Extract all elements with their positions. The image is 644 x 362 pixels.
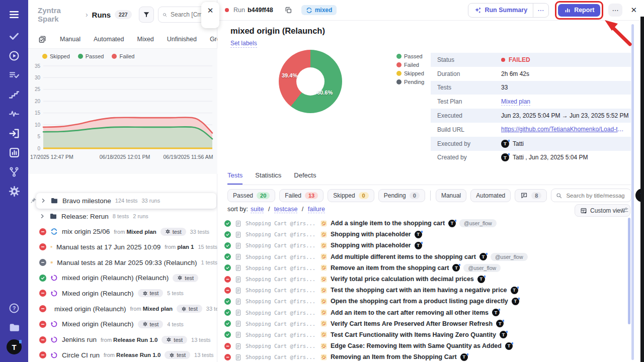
test-suite: Shopping Cart @firs... xyxy=(246,298,317,304)
passed-icon xyxy=(224,231,231,238)
donut-legend-pending: Pending xyxy=(396,79,424,85)
run-group-row[interactable]: Release: Rerun8 tests2 runs xyxy=(28,209,217,224)
detail-label: Created by xyxy=(431,154,501,161)
test-row[interactable]: Shopping Cart @firs... Add multiple diff… xyxy=(224,251,632,262)
report-button[interactable]: Report xyxy=(558,4,600,17)
sort-by-suite[interactable]: suite xyxy=(251,206,264,213)
comments-filter-chip[interactable]: 8 xyxy=(515,189,547,202)
detail-link[interactable]: Mixed plan xyxy=(501,98,530,106)
tab-statistics[interactable]: Statistics xyxy=(255,171,281,185)
test-row[interactable]: Shopping Cart @firs... Add a single item… xyxy=(224,218,632,229)
runs-tab-unfinished[interactable]: Unfinished xyxy=(167,36,197,43)
manual-spark-icon xyxy=(320,253,327,260)
filter-chip-manual[interactable]: Manual xyxy=(436,189,466,202)
breadcrumb-project[interactable]: Zyntra Spark xyxy=(38,6,82,23)
run-from: from Mixed plan xyxy=(114,229,156,235)
run-row[interactable]: Manual tests at 17 Jun 2025 10:09from pl… xyxy=(28,239,217,255)
clipboard-icon xyxy=(234,287,242,294)
run-row[interactable]: Manual tests at 28 Mar 2025 09:33 (Relau… xyxy=(28,255,217,270)
detail-url-link[interactable]: https://github.com/TetianaKhomenko/Load-… xyxy=(501,123,627,137)
projects-folder-icon[interactable] xyxy=(0,319,28,335)
runs-tab-automated[interactable]: Automated xyxy=(94,36,124,43)
panel-close-button[interactable]: ✕ xyxy=(201,2,219,28)
set-labels-link[interactable]: Set labels xyxy=(230,40,257,48)
run-name: Circle CI run xyxy=(62,351,100,359)
test-row[interactable]: Shopping Cart @firs... Edge Case: Removi… xyxy=(224,340,632,351)
help-icon[interactable]: ? xyxy=(0,300,28,316)
test-row[interactable]: Shopping Cart @firs... Shopping with pla… xyxy=(224,229,632,240)
run-type-badge[interactable]: mixed xyxy=(301,5,337,15)
filter-chip-automated[interactable]: Automated xyxy=(470,189,511,202)
run-row[interactable]: mixed origin (Relaunch) (Relaunch)test xyxy=(28,270,217,286)
more-options-button[interactable]: ⋯ xyxy=(608,4,622,17)
filter-chip-pending[interactable]: Pending0 xyxy=(378,189,425,202)
sign-in-icon[interactable] xyxy=(0,125,28,141)
test-row[interactable]: Shopping Cart @firs... Add an item to th… xyxy=(224,307,632,318)
run-row[interactable]: Jenkins runfrom Release Run 1.0test13 te… xyxy=(28,332,217,347)
test-row[interactable]: Shopping Cart @firs... Shopping with pla… xyxy=(224,240,632,251)
tests-search[interactable] xyxy=(551,189,631,202)
run-summary-more-button[interactable]: ⋯ xyxy=(533,3,548,18)
test-row[interactable]: Shopping Cart @firs... Test Cart Functio… xyxy=(224,329,632,340)
test-row[interactable]: Shopping Cart @firs... Verify total pric… xyxy=(224,274,632,285)
select-runs-icon[interactable] xyxy=(38,35,47,44)
settings-gear-icon[interactable] xyxy=(0,183,28,199)
bar-chart-icon[interactable] xyxy=(0,144,28,160)
steps-icon[interactable] xyxy=(0,86,28,103)
report-label: Report xyxy=(574,7,594,14)
tests-scrollbar[interactable] xyxy=(628,218,630,324)
tests-search-input[interactable] xyxy=(565,192,625,199)
run-detail-panel: Run b449ff48 mixed Run Summary ⋯ Report xyxy=(217,0,644,362)
run-row[interactable]: mixed origin (Relaunch)from Mixed plante… xyxy=(28,301,217,317)
copy-run-id-button[interactable] xyxy=(284,6,292,14)
passed-icon xyxy=(224,242,231,249)
sort-by-failure[interactable]: failure xyxy=(308,206,325,213)
view-settings-icon[interactable] xyxy=(621,206,629,216)
tab-defects[interactable]: Defects xyxy=(294,171,316,185)
activity-pulse-icon[interactable] xyxy=(0,106,28,122)
tab-tests[interactable]: Tests xyxy=(227,171,243,185)
legend-skipped: Skipped xyxy=(42,53,70,59)
run-summary-button[interactable]: Run Summary xyxy=(468,7,533,14)
run-detail-close-button[interactable]: ✕ xyxy=(628,6,639,15)
filter-button[interactable] xyxy=(139,7,154,23)
user-avatar[interactable]: T xyxy=(0,339,28,355)
test-tag[interactable]: @user_flow xyxy=(459,219,497,227)
filter-chip-failed[interactable]: Failed13 xyxy=(279,189,324,202)
filter-chip-skipped[interactable]: Skipped0 xyxy=(328,189,374,202)
test-row[interactable]: Shopping Cart @firs... Remove an item fr… xyxy=(224,262,632,274)
runs-check-icon[interactable] xyxy=(0,28,28,44)
relaunch-icon xyxy=(50,336,58,343)
svg-text:35: 35 xyxy=(35,63,41,69)
test-row[interactable]: Shopping Cart @firs... Open the shopping… xyxy=(224,296,632,307)
play-circle-icon[interactable] xyxy=(0,48,28,64)
runs-tab-mixed[interactable]: Mixed xyxy=(137,36,153,43)
run-row[interactable]: Mixed origin (Relaunch)test5 tests xyxy=(28,286,217,301)
test-title: Add an item to the cart after removing a… xyxy=(331,309,489,316)
branch-icon[interactable] xyxy=(0,164,28,180)
group-name: Bravo milestone xyxy=(62,197,111,205)
manual-spark-icon xyxy=(320,287,327,294)
legend-dot xyxy=(396,62,401,67)
list-check-icon[interactable] xyxy=(0,67,28,83)
runs-tab-manual[interactable]: Manual xyxy=(60,36,80,43)
test-title: Verify Cart Items Are Preserved After Br… xyxy=(331,320,493,327)
test-suite: Shopping Cart @firs... xyxy=(246,332,317,338)
manual-spark-icon xyxy=(320,264,327,271)
menu-icon[interactable] xyxy=(0,7,28,23)
run-row[interactable]: Mixed origin (Relaunch)test4 tests xyxy=(28,317,217,332)
panel-scrollbar[interactable] xyxy=(631,24,634,360)
sort-by-testcase[interactable]: testcase xyxy=(274,206,298,213)
test-row[interactable]: Shopping Cart @firs... Test the shopping… xyxy=(224,285,632,296)
filter-chip-passed[interactable]: Passed20 xyxy=(227,189,275,202)
run-group-row[interactable]: Bravo milestone124 tests33 runs xyxy=(36,193,216,209)
test-row[interactable]: Shopping Cart @firs... Removing an Item … xyxy=(224,351,632,362)
run-row[interactable]: mix origin 25/06from Mixed plantest33 te… xyxy=(28,224,217,239)
run-row[interactable]: Circle CI runfrom Release Run 1.0test13 … xyxy=(28,347,217,362)
test-tag[interactable]: @user_flow xyxy=(491,253,528,261)
gear-icon xyxy=(165,229,171,234)
test-row[interactable]: Shopping Cart @firs... Verify Cart Items… xyxy=(224,318,632,329)
test-type-chip: test xyxy=(162,336,187,344)
avatar: T xyxy=(460,353,468,361)
test-tag[interactable]: @user_flow xyxy=(463,264,501,272)
